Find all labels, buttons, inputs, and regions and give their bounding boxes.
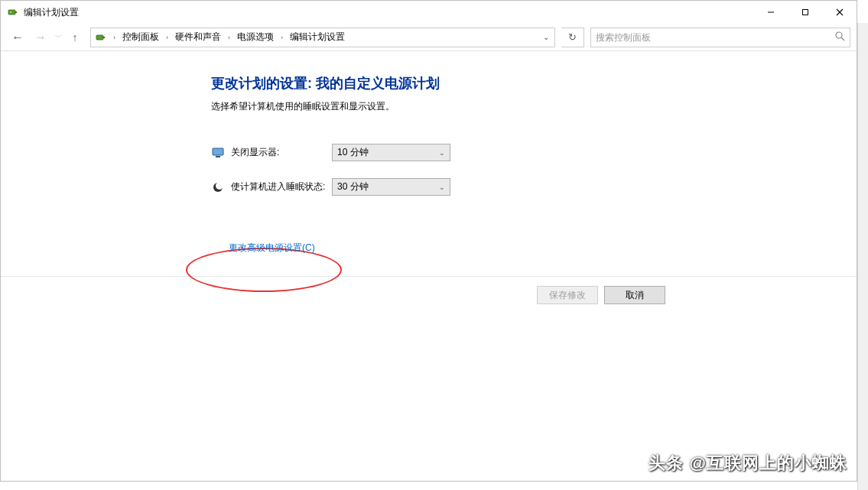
svg-rect-12 [216, 156, 220, 157]
svg-rect-4 [802, 10, 808, 15]
maximize-button[interactable] [788, 2, 822, 24]
power-options-icon [94, 31, 108, 44]
setting-row-sleep: 使计算机进入睡眠状态: 30 分钟 ⌄ [211, 178, 857, 196]
nav-history-dropdown[interactable]: ﹀ [54, 31, 63, 43]
search-input[interactable] [596, 32, 835, 43]
navbar: ← → ﹀ ↑ › 控制面板 › 硬件和声音 › 电源选项 › 编辑计划设置 ⌄… [1, 24, 857, 51]
svg-point-9 [836, 32, 842, 38]
titlebar-left: 编辑计划设置 [7, 6, 79, 19]
svg-rect-0 [8, 10, 15, 15]
breadcrumb-item[interactable]: 硬件和声音 [174, 29, 223, 45]
svg-rect-1 [15, 11, 17, 13]
svg-line-10 [841, 37, 844, 41]
search-icon[interactable] [835, 31, 845, 44]
right-scrollbar-edge [857, 23, 868, 490]
titlebar: 编辑计划设置 [1, 1, 857, 24]
page-title: 更改计划的设置: 我的自定义电源计划 [211, 74, 857, 92]
setting-label: 关闭显示器: [231, 146, 332, 159]
select-value: 10 分钟 [337, 146, 369, 159]
nav-up-button[interactable]: ↑ [66, 28, 84, 47]
svg-rect-11 [213, 148, 223, 155]
svg-point-2 [10, 11, 11, 13]
sleep-select[interactable]: 30 分钟 ⌄ [332, 178, 450, 196]
search-bar[interactable] [590, 28, 850, 47]
content-area: 更改计划的设置: 我的自定义电源计划 选择希望计算机使用的睡眠设置和显示设置。 … [1, 51, 857, 304]
advanced-power-settings-link[interactable]: 更改高级电源设置(C) [229, 242, 315, 253]
window-title: 编辑计划设置 [24, 6, 79, 19]
breadcrumb-item[interactable]: 编辑计划设置 [288, 29, 346, 45]
chevron-right-icon[interactable]: › [278, 34, 285, 41]
power-options-icon [7, 6, 19, 18]
breadcrumb-item[interactable]: 电源选项 [236, 29, 275, 45]
moon-icon [211, 180, 225, 194]
chevron-down-icon: ⌄ [439, 183, 445, 191]
display-off-select[interactable]: 10 分钟 ⌄ [332, 144, 450, 161]
close-button[interactable] [822, 2, 857, 24]
address-dropdown[interactable]: ⌄ [538, 33, 554, 41]
minimize-button[interactable] [753, 2, 788, 24]
address-bar[interactable]: › 控制面板 › 硬件和声音 › 电源选项 › 编辑计划设置 ⌄ [90, 28, 555, 47]
svg-rect-7 [96, 35, 103, 40]
monitor-icon [211, 146, 225, 160]
svg-rect-8 [103, 37, 105, 38]
refresh-button[interactable]: ↻ [561, 28, 584, 47]
chevron-right-icon[interactable]: › [111, 34, 118, 41]
watermark-text: 头条 @互联网上的小蜘蛛 [649, 452, 847, 475]
cancel-button[interactable]: 取消 [604, 286, 665, 304]
page-subtitle: 选择希望计算机使用的睡眠设置和显示设置。 [211, 100, 857, 113]
chevron-right-icon[interactable]: › [164, 34, 171, 41]
chevron-right-icon[interactable]: › [226, 34, 232, 41]
setting-label: 使计算机进入睡眠状态: [231, 180, 332, 193]
window-controls [753, 2, 857, 24]
save-button[interactable]: 保存修改 [537, 286, 598, 304]
nav-back-button[interactable]: ← [7, 27, 28, 48]
breadcrumb-item[interactable]: 控制面板 [121, 29, 161, 45]
select-value: 30 分钟 [337, 180, 369, 193]
divider [1, 276, 857, 277]
setting-row-display-off: 关闭显示器: 10 分钟 ⌄ [211, 144, 857, 161]
nav-forward-button[interactable]: → [30, 27, 51, 48]
svg-point-14 [216, 182, 223, 190]
window-frame: 编辑计划设置 ← → ﹀ ↑ › 控制面板 › 硬件和声音 › [0, 0, 857, 482]
chevron-down-icon: ⌄ [439, 149, 445, 157]
footer-buttons: 保存修改 取消 [1, 286, 857, 304]
